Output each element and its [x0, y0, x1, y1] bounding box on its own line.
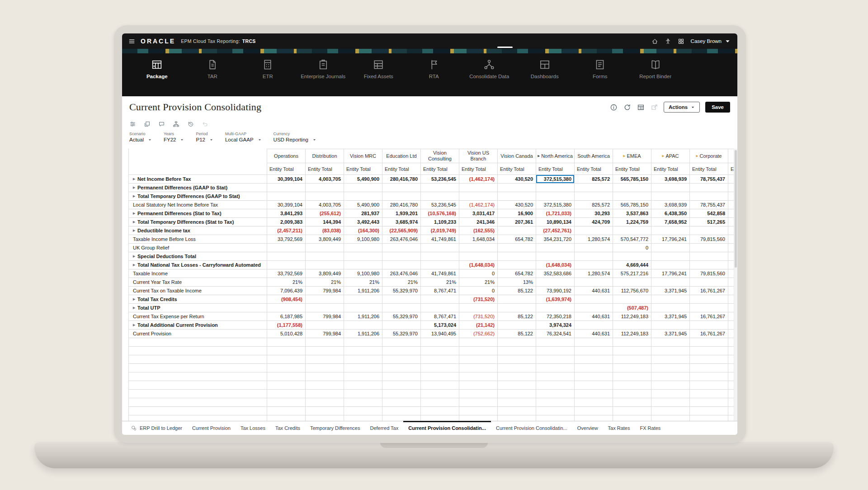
- grid-cell[interactable]: [344, 381, 382, 390]
- grid-cell[interactable]: 21%: [306, 278, 344, 287]
- grid-cell[interactable]: [690, 338, 728, 347]
- grid-cell[interactable]: (162,555): [459, 226, 498, 235]
- grid-cell[interactable]: [306, 390, 344, 398]
- grid-cell[interactable]: 53,236,545: [421, 175, 459, 184]
- grid-cell[interactable]: (1,177,558): [267, 321, 306, 330]
- row-label-permanent-differences-gaap-to-stat[interactable]: ▶Permanent Differences (GAAP to Stat): [129, 184, 267, 192]
- grid-cell[interactable]: [306, 304, 344, 312]
- column-header-corporate[interactable]: ▶Corporate: [690, 149, 728, 163]
- grid-cell[interactable]: 21%: [267, 278, 306, 287]
- grid-cell[interactable]: [575, 338, 613, 347]
- grid-cell[interactable]: 3,685,974: [382, 218, 421, 226]
- grid-cell[interactable]: [382, 184, 421, 192]
- grid-cell[interactable]: [651, 390, 690, 398]
- grid-cell[interactable]: [651, 355, 690, 364]
- grid-cell[interactable]: [306, 321, 344, 330]
- nav-item-tar[interactable]: TAR: [185, 59, 241, 85]
- grid-cell[interactable]: [690, 226, 728, 235]
- grid-cell[interactable]: (10,576,168): [421, 209, 459, 218]
- grid-cell[interactable]: [421, 184, 459, 192]
- expand-icon[interactable]: ▶: [133, 212, 135, 215]
- grid-cell[interactable]: [575, 184, 613, 192]
- home-icon[interactable]: [651, 38, 658, 45]
- grid-cell[interactable]: [536, 372, 575, 381]
- grid-cell[interactable]: 1,911,206: [344, 287, 382, 295]
- grid-cell[interactable]: [498, 295, 536, 304]
- grid-cell[interactable]: 2,009,383: [267, 218, 306, 226]
- grid-cell[interactable]: 53,236,545: [421, 201, 459, 209]
- grid-cell[interactable]: [651, 364, 690, 372]
- grid-cell[interactable]: (908,454): [267, 295, 306, 304]
- grid-cell[interactable]: [421, 407, 459, 415]
- grid-cell[interactable]: [382, 364, 421, 372]
- grid-cell[interactable]: [498, 407, 536, 415]
- grid-cell[interactable]: [498, 252, 536, 261]
- grid-cell[interactable]: 78,755,437: [690, 175, 728, 184]
- grid-cell[interactable]: (731,520): [459, 295, 498, 304]
- grid-cell[interactable]: [613, 355, 651, 364]
- scrollbar-thumb[interactable]: [735, 150, 737, 268]
- nav-item-fixed-assets[interactable]: Fixed Assets: [351, 59, 406, 85]
- grid-cell[interactable]: [344, 407, 382, 415]
- grid-cell[interactable]: [651, 407, 690, 415]
- grid-cell[interactable]: [690, 244, 728, 252]
- grid-cell[interactable]: [575, 415, 613, 421]
- grid-cell[interactable]: [382, 261, 421, 269]
- grid-cell[interactable]: 21%: [459, 278, 498, 287]
- grid-cell[interactable]: 55,329,970: [382, 330, 421, 338]
- grid-cell[interactable]: [459, 355, 498, 364]
- grid-cell[interactable]: [575, 304, 613, 312]
- grid-cell[interactable]: 352,583,686: [536, 269, 575, 278]
- row-label-permanent-differences-stat-to-tax[interactable]: ▶Permanent Differences (Stat to Tax): [129, 209, 267, 218]
- grid-cell[interactable]: 1,939,201: [382, 209, 421, 218]
- expand-icon[interactable]: ▶: [133, 229, 135, 232]
- grid-cell[interactable]: [459, 407, 498, 415]
- grid-cell[interactable]: [421, 415, 459, 421]
- grid-cell[interactable]: [382, 304, 421, 312]
- grid-cell[interactable]: [575, 372, 613, 381]
- grid-cell[interactable]: [344, 184, 382, 192]
- data-grid-icon[interactable]: [637, 104, 645, 111]
- grid-cell[interactable]: [498, 304, 536, 312]
- user-menu[interactable]: Casey Brown: [691, 38, 731, 45]
- grid-cell[interactable]: [651, 184, 690, 192]
- row-label-net-income-before-tax[interactable]: ▶Net Income Before Tax: [129, 175, 267, 184]
- grid-cell[interactable]: 6,438,350: [651, 209, 690, 218]
- grid-cell[interactable]: 41,749,861: [421, 269, 459, 278]
- grid-cell[interactable]: [575, 261, 613, 269]
- grid-cell[interactable]: 5,490,900: [344, 175, 382, 184]
- grid-cell[interactable]: [382, 244, 421, 252]
- grid-cell[interactable]: 8,767,471: [421, 312, 459, 321]
- grid-cell[interactable]: [421, 364, 459, 372]
- grid-cell[interactable]: 10,890,134: [536, 218, 575, 226]
- grid-cell[interactable]: 1,280,574: [575, 235, 613, 244]
- grid-cell[interactable]: 3,698,939: [651, 175, 690, 184]
- grid-cell[interactable]: 16,761,267: [690, 330, 728, 338]
- grid-cell[interactable]: 4,003,705: [306, 175, 344, 184]
- grid-cell[interactable]: [421, 372, 459, 381]
- grid-cell[interactable]: [267, 372, 306, 381]
- grid-cell[interactable]: [459, 364, 498, 372]
- accessibility-icon[interactable]: [665, 38, 671, 45]
- grid-cell[interactable]: [613, 321, 651, 330]
- grid-cell[interactable]: [536, 304, 575, 312]
- tab-temporary-differences[interactable]: Temporary Differences: [305, 421, 365, 435]
- grid-cell[interactable]: (21,142): [459, 321, 498, 330]
- grid-cell[interactable]: 16,900: [498, 209, 536, 218]
- grid-cell[interactable]: [613, 372, 651, 381]
- grid-cell[interactable]: [306, 381, 344, 390]
- grid-cell[interactable]: [267, 355, 306, 364]
- grid-cell[interactable]: [575, 321, 613, 330]
- grid-cell[interactable]: 1,224,759: [613, 218, 651, 226]
- grid-cell[interactable]: [344, 364, 382, 372]
- grid-cell[interactable]: [382, 390, 421, 398]
- grid-cell[interactable]: [690, 295, 728, 304]
- grid-cell[interactable]: [536, 390, 575, 398]
- grid-cell[interactable]: [651, 226, 690, 235]
- grid-cell[interactable]: [344, 398, 382, 407]
- grid-cell[interactable]: [306, 415, 344, 421]
- row-label-empty[interactable]: [129, 381, 267, 390]
- grid-cell[interactable]: [382, 192, 421, 201]
- grid-cell[interactable]: [690, 252, 728, 261]
- row-label-empty[interactable]: [129, 415, 267, 421]
